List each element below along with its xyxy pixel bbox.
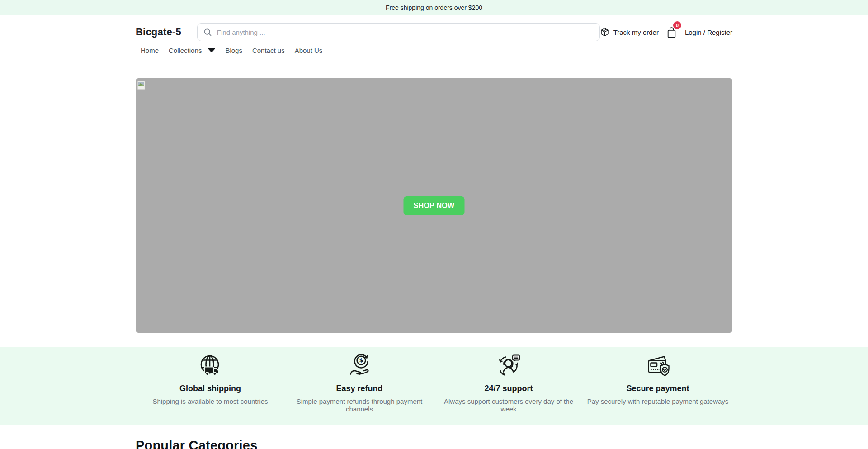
- chevron-down-icon: [208, 48, 215, 52]
- feature-easy-refund: $ Easy refund Simple payment refunds thr…: [285, 353, 434, 413]
- store-logo[interactable]: Bicgate-5: [136, 26, 181, 38]
- feature-global-shipping: Global shipping Shipping is available to…: [136, 353, 285, 413]
- feature-title: Easy refund: [285, 384, 434, 393]
- globe-truck-icon: [198, 354, 222, 378]
- feature-description: Always support customers every day of th…: [437, 397, 580, 413]
- feature-title: Secure payment: [583, 384, 732, 393]
- feature-247-support: 24/7 support Always support customers ev…: [434, 353, 583, 413]
- package-icon: [600, 27, 609, 37]
- refund-hand-icon: $: [347, 354, 372, 378]
- announcement-text: Free shipping on orders over $200: [386, 4, 482, 11]
- nav-item-about-us[interactable]: About Us: [295, 47, 323, 54]
- hero-banner: SHOP NOW: [136, 78, 732, 333]
- search-input[interactable]: [217, 28, 594, 36]
- feature-description: Pay securely with reputable payment gate…: [586, 397, 730, 405]
- search-icon: [203, 28, 212, 37]
- nav-item-blogs[interactable]: Blogs: [225, 47, 242, 54]
- nav-item-collections[interactable]: Collections: [169, 47, 215, 54]
- track-order-label: Track my order: [613, 28, 659, 36]
- svg-text:$: $: [359, 357, 363, 364]
- announcement-bar: Free shipping on orders over $200: [0, 0, 868, 15]
- feature-title: 24/7 support: [434, 384, 583, 393]
- feature-title: Global shipping: [136, 384, 285, 393]
- secure-card-icon: [646, 354, 670, 378]
- broken-image-icon: [137, 80, 146, 90]
- feature-description: Shipping is available to most countries: [138, 397, 282, 405]
- nav-item-home[interactable]: Home: [141, 47, 159, 54]
- nav-item-contact-us[interactable]: Contact us: [252, 47, 285, 54]
- feature-description: Simple payment refunds through payment c…: [288, 397, 431, 413]
- feature-secure-payment: Secure payment Pay securely with reputab…: [583, 353, 732, 413]
- popular-categories-heading: Popular Categories: [136, 438, 732, 449]
- headset-support-icon: [496, 354, 521, 378]
- search-bar[interactable]: [197, 23, 600, 41]
- main-nav: Home Collections Blogs Contact us About …: [136, 41, 732, 66]
- cart-count-badge: 0: [673, 21, 681, 29]
- features-section: Global shipping Shipping is available to…: [0, 347, 868, 425]
- site-header: Bicgate-5 Track my order: [0, 15, 868, 66]
- track-order-button[interactable]: Track my order: [600, 27, 659, 37]
- shop-now-button[interactable]: SHOP NOW: [403, 196, 464, 215]
- cart-button[interactable]: 0: [666, 26, 677, 38]
- login-register-link[interactable]: Login / Register: [685, 28, 732, 36]
